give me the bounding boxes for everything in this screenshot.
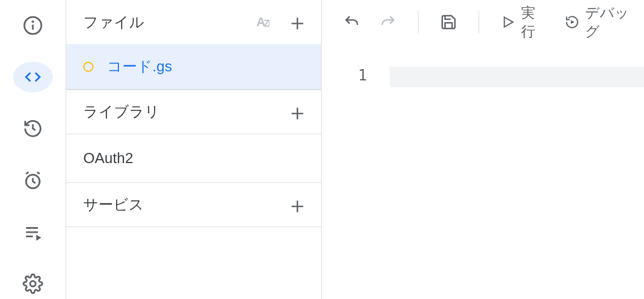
editor-area: 実行 デバッグ 1 (322, 0, 644, 299)
svg-marker-11 (504, 17, 513, 27)
toolbar-divider (479, 11, 479, 33)
add-file-button[interactable]: ＋ (286, 11, 309, 33)
library-item[interactable]: OAuth2 (66, 134, 321, 183)
rail-triggers-button[interactable] (13, 165, 53, 195)
svg-line-4 (26, 172, 29, 174)
file-name: コード.gs (107, 57, 172, 76)
toolbar-divider (418, 11, 419, 33)
info-icon (23, 15, 43, 36)
svg-point-2 (32, 21, 33, 22)
svg-marker-12 (571, 20, 575, 24)
save-icon (440, 14, 457, 31)
file-item[interactable]: コード.gs (66, 44, 321, 89)
rail-history-button[interactable] (13, 114, 53, 144)
redo-icon (379, 14, 396, 31)
rail-overview-button[interactable] (13, 10, 53, 40)
unsaved-dot-icon (83, 62, 93, 72)
svg-point-10 (30, 281, 36, 287)
files-panel: ファイル AZ↓ ＋ コード.gs ライブラリ ＋ OAuth2 サービス ＋ (66, 0, 322, 299)
rail-executions-button[interactable] (13, 217, 53, 247)
svg-line-5 (37, 172, 40, 174)
save-button[interactable] (432, 8, 465, 36)
services-section-header: サービス ＋ (66, 183, 321, 227)
files-label: ファイル (83, 12, 144, 32)
undo-button[interactable] (335, 8, 368, 36)
services-label: サービス (83, 195, 144, 215)
library-item-name: OAuth2 (83, 150, 133, 167)
alarm-icon (23, 170, 43, 191)
left-rail (0, 0, 66, 299)
play-icon (501, 14, 515, 31)
debug-label: デバッグ (585, 3, 636, 41)
add-library-button[interactable]: ＋ (286, 101, 309, 123)
run-label: 実行 (521, 3, 545, 41)
debug-icon (565, 14, 579, 31)
files-section-header: ファイル AZ↓ ＋ (66, 0, 321, 44)
undo-icon (343, 14, 360, 31)
code-editor[interactable]: 1 (322, 44, 644, 299)
rail-settings-button[interactable] (13, 269, 53, 299)
add-service-button[interactable]: ＋ (286, 194, 309, 216)
editor-toolbar: 実行 デバッグ (322, 0, 644, 44)
rail-editor-button[interactable] (13, 62, 53, 92)
debug-button[interactable]: デバッグ (557, 8, 644, 36)
library-label: ライブラリ (83, 102, 160, 122)
code-icon (23, 67, 43, 87)
gear-icon (23, 274, 43, 294)
sort-icon[interactable]: AZ↓ (257, 15, 271, 29)
redo-button[interactable] (372, 8, 404, 36)
executions-icon (23, 222, 43, 242)
history-icon (23, 118, 43, 139)
line-number: 1 (322, 67, 390, 299)
run-button[interactable]: 実行 (493, 8, 553, 36)
code-line-highlight (390, 67, 644, 87)
library-section-header: ライブラリ ＋ (66, 90, 321, 134)
svg-marker-9 (36, 234, 41, 241)
